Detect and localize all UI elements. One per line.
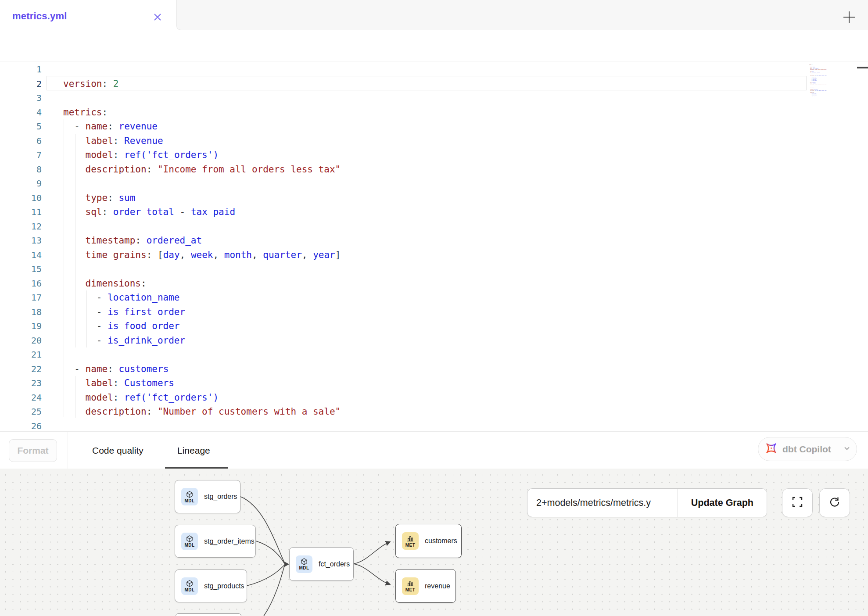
line-number: 11 — [0, 205, 42, 219]
edge-arrowhead — [284, 562, 289, 567]
refresh-button[interactable] — [819, 488, 850, 517]
close-icon[interactable] — [152, 12, 163, 22]
code-editor[interactable]: 1234567891011121314151617181920212223242… — [0, 61, 868, 431]
plus-icon[interactable] — [842, 10, 857, 25]
line-number: 14 — [0, 248, 42, 262]
lineage-node-partial[interactable] — [176, 613, 241, 616]
node-type-badge: MDL — [185, 499, 195, 503]
line-number: 8 — [0, 162, 42, 177]
code-line — [63, 347, 341, 362]
code-line: sql: order_total - tax_paid — [63, 205, 341, 219]
edge-fct_orders-customers — [354, 542, 390, 564]
node-label: fct_orders — [319, 560, 350, 568]
line-number: 18 — [0, 305, 42, 319]
node-type-badge: MDL — [185, 543, 195, 548]
line-number: 22 — [0, 362, 42, 376]
metric-chart-icon: MET — [402, 577, 419, 595]
code-line — [63, 62, 341, 77]
code-line — [63, 262, 341, 276]
code-line: - name: revenue — [63, 119, 341, 134]
code-line: description: "Income from all orders les… — [63, 162, 341, 177]
minimap[interactable]: version: 2 metrics: - name: revenue labe… — [809, 63, 832, 120]
line-number: 5 — [0, 119, 42, 134]
copilot-label: dbt Copilot — [782, 444, 831, 455]
node-label: stg_orders — [204, 493, 237, 501]
lineage-node-fct_orders[interactable]: MDLfct_orders — [289, 547, 354, 581]
minimap-content: version: 2 metrics: - name: revenue labe… — [809, 63, 832, 97]
tab-title: metrics.yml — [12, 11, 67, 22]
line-number: 17 — [0, 290, 42, 305]
chevron-down-icon — [843, 444, 851, 454]
code-line: - is_food_order — [63, 319, 341, 333]
line-number: 12 — [0, 219, 42, 234]
line-number: 26 — [0, 419, 42, 432]
code-content[interactable]: version: 2 metrics: - name: revenue labe… — [63, 62, 341, 431]
lineage-node-stg_order_items[interactable]: MDLstg_order_items — [175, 525, 256, 558]
bottom-toolbar: Format Code quality Lineage dbt Copilot — [0, 431, 868, 469]
node-label: customers — [425, 537, 457, 545]
code-line: metrics: — [63, 105, 341, 120]
line-number: 10 — [0, 191, 42, 205]
metric-chart-icon: MET — [402, 532, 419, 550]
code-line: model: ref('fct_orders') — [63, 148, 341, 162]
format-button[interactable]: Format — [9, 439, 57, 462]
code-line: - is_drink_order — [809, 96, 832, 97]
line-number: 25 — [0, 405, 42, 419]
code-line: description: "Number of customers with a… — [63, 405, 341, 419]
code-line — [63, 176, 341, 191]
line-number: 21 — [0, 347, 42, 362]
toolbar-divider — [68, 432, 68, 469]
line-number: 23 — [0, 376, 42, 390]
code-line: model: ref('fct_orders') — [63, 390, 341, 405]
line-number: 2 — [0, 77, 42, 91]
lineage-node-stg_products[interactable]: MDLstg_products — [175, 569, 247, 602]
fullscreen-icon — [792, 496, 803, 509]
code-line: dimensions: — [63, 276, 341, 291]
fullscreen-button[interactable] — [782, 488, 813, 517]
code-line — [63, 419, 341, 432]
scrollbar-thumb[interactable] — [857, 67, 868, 68]
node-label: revenue — [425, 582, 450, 590]
code-line: - name: customers — [63, 362, 341, 376]
code-line — [63, 219, 341, 234]
tab-metrics-yml[interactable]: metrics.yml — [0, 0, 176, 30]
code-line: type: sum — [63, 191, 341, 205]
tab-bar-divider — [830, 0, 830, 30]
tab-lineage[interactable]: Lineage — [177, 432, 210, 469]
line-number: 6 — [0, 134, 42, 148]
node-type-badge: MDL — [299, 566, 309, 570]
tab-bar: metrics.yml — [0, 0, 868, 30]
update-graph-button[interactable]: Update Graph — [678, 489, 767, 517]
node-type-badge: MDL — [185, 588, 195, 592]
model-cube-icon: MDL — [181, 577, 198, 595]
code-line: - location_name — [63, 290, 341, 305]
model-cube-icon: MDL — [296, 555, 312, 573]
node-type-badge: MET — [405, 588, 415, 592]
line-number: 15 — [0, 262, 42, 276]
line-number: 7 — [0, 148, 42, 162]
lineage-filter-group: Update Graph — [527, 488, 767, 517]
model-cube-icon: MDL — [181, 488, 198, 505]
line-number-gutter: 1234567891011121314151617181920212223242… — [0, 62, 42, 431]
lineage-node-customers[interactable]: METcustomers — [395, 524, 462, 558]
tab-bar-empty-area — [176, 0, 868, 30]
line-number: 4 — [0, 105, 42, 120]
line-number: 1 — [0, 62, 42, 77]
code-line: time_grains: [day, week, month, quarter,… — [63, 248, 341, 262]
lineage-filter-input[interactable] — [527, 489, 678, 517]
node-label: stg_products — [204, 582, 244, 590]
code-line: - is_first_order — [63, 305, 341, 319]
lineage-node-stg_orders[interactable]: MDLstg_orders — [175, 480, 240, 513]
lineage-node-revenue[interactable]: METrevenue — [395, 569, 456, 603]
code-line: - is_drink_order — [63, 333, 341, 348]
breadcrumb-row: models / metrics / metrics.yml Save — [0, 30, 868, 61]
node-type-badge: MET — [405, 543, 415, 548]
line-number: 20 — [0, 333, 42, 348]
code-line: label: Revenue — [63, 134, 341, 148]
tab-code-quality[interactable]: Code quality — [92, 432, 143, 469]
dbt-copilot-button[interactable]: dbt Copilot — [758, 437, 857, 461]
copilot-logo-icon — [766, 443, 777, 455]
lineage-canvas[interactable]: MDLstg_ordersMDLstg_order_itemsMDLstg_pr… — [0, 469, 868, 616]
refresh-icon — [829, 496, 841, 510]
code-line: timestamp: ordered_at — [63, 233, 341, 248]
